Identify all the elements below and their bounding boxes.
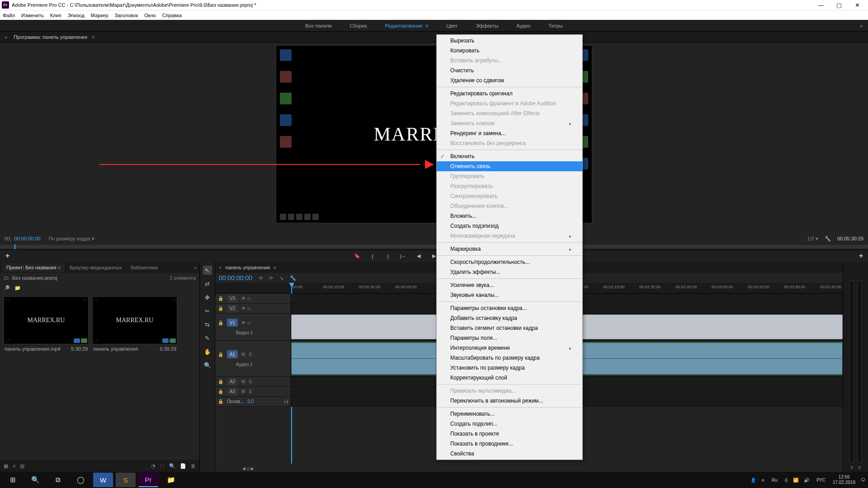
add-marker-button[interactable]: ✚ [4, 253, 11, 259]
context-item[interactable]: Показать в проекте [437, 429, 582, 439]
mute-button[interactable]: M [241, 379, 245, 384]
lock-icon[interactable]: 🔒 [218, 379, 223, 384]
goto-in-button[interactable]: |← [400, 253, 407, 259]
panel-collapse-icon[interactable]: » [5, 34, 7, 40]
taskbar-app-premiere[interactable]: Pr [138, 473, 158, 487]
context-item[interactable]: Звуковые каналы... [437, 290, 582, 300]
taskbar-app-word[interactable]: W [93, 473, 113, 487]
toggle-track-icon[interactable]: 👁 ◇ [241, 296, 251, 301]
workspace-more-icon[interactable]: » [860, 23, 863, 28]
track-target-a2[interactable]: A2 [227, 378, 238, 386]
close-button[interactable]: ✕ [848, 0, 866, 10]
menu-file[interactable]: Файл [3, 13, 15, 18]
tray-volume-icon[interactable]: 🔊 [804, 478, 809, 483]
context-item[interactable]: Скорость/продолжительность... [437, 257, 582, 267]
context-item[interactable]: ✓Включить [437, 151, 582, 161]
maximize-button[interactable]: ▢ [830, 0, 848, 10]
context-item[interactable]: Создать подэпизод [437, 221, 582, 231]
tab-libraries[interactable]: Библиотеки [127, 263, 161, 272]
lock-icon[interactable]: 🔒 [218, 352, 223, 357]
context-item[interactable]: Удаление со сдвигом [437, 75, 582, 85]
tray-print-icon[interactable]: ⎙ [785, 478, 788, 483]
panel-menu-icon[interactable]: ≡ [92, 34, 94, 40]
taskbar-app-sublime[interactable]: S [116, 473, 136, 487]
clip-item[interactable]: MARREX.RU ∴∵∴∵ ∴∵ панель управления.mp4 … [4, 296, 89, 353]
sequence-close-icon[interactable]: × [219, 265, 222, 270]
context-item[interactable]: Удалить эффекты... [437, 267, 582, 277]
taskbar-app-explorer[interactable]: 📁 [161, 473, 181, 487]
mute-button[interactable]: M [241, 352, 245, 357]
context-item[interactable]: Очистить [437, 66, 582, 75]
program-viewport[interactable]: MARREX.RU [0, 42, 868, 226]
track-target-v3[interactable]: V3 [227, 295, 238, 303]
workspace-titles[interactable]: Титры [548, 23, 562, 28]
context-item[interactable]: Параметры остановки кадра... [437, 303, 582, 313]
lock-icon[interactable]: 🔒 [218, 389, 223, 394]
freeform-view-icon[interactable]: ▥ [20, 463, 24, 469]
workspace-all-panels[interactable]: Все панели [305, 23, 331, 28]
automate-icon[interactable]: ◔ [151, 463, 156, 469]
resolution-dropdown[interactable]: 1/2 [807, 236, 818, 242]
menu-help[interactable]: Справка [162, 13, 182, 18]
lock-icon[interactable]: 🔒 [218, 306, 223, 311]
delete-icon[interactable]: 🗑 [191, 463, 196, 469]
zoom-tool-icon[interactable]: 🔍 [203, 361, 212, 370]
program-mini-ruler[interactable] [0, 245, 868, 249]
search-icon[interactable]: 🔎 [4, 285, 10, 291]
toggle-track-icon[interactable]: 👁 ◇ [241, 320, 251, 325]
settings-wrench-icon[interactable]: 🔧 [825, 236, 831, 242]
tray-clock[interactable]: 12:56 17.02.2018 [833, 474, 855, 485]
context-item[interactable]: Свойства [437, 449, 582, 459]
slip-tool-icon[interactable]: ⇆ [203, 320, 212, 329]
context-item[interactable]: Масштабировать по размеру кадра [437, 353, 582, 363]
track-select-tool-icon[interactable]: ⇄ [203, 279, 212, 288]
workspace-effects[interactable]: Эффекты [476, 23, 498, 28]
minimize-button[interactable]: — [812, 0, 830, 10]
tray-language[interactable]: РУС [815, 477, 827, 483]
context-item[interactable]: Маркировка▸ [437, 244, 582, 254]
find-icon[interactable]: ⬚ [160, 463, 165, 469]
tray-notifications-icon[interactable]: 🗨 [861, 478, 865, 483]
context-item[interactable]: Создать подклип... [437, 419, 582, 429]
solo-indicator[interactable]: S [858, 465, 861, 470]
tray-keyboard-icon[interactable]: Ru [770, 477, 779, 483]
timeline-timecode[interactable]: 00:00:00:00 [219, 274, 252, 282]
snap-icon[interactable]: ⟲ [259, 275, 263, 281]
pen-tool-icon[interactable]: ✎ [203, 333, 212, 343]
linked-selection-icon[interactable]: ⟳ [269, 275, 273, 281]
workspace-editing[interactable]: Редактирование [385, 23, 428, 28]
zoom-fit-dropdown[interactable]: По размеру кадра [48, 236, 94, 242]
new-item-icon[interactable]: 📄 [180, 463, 186, 469]
menu-sequence[interactable]: Эпизод [68, 13, 85, 18]
marker-button[interactable]: 🔖 [354, 253, 361, 259]
solo-indicator[interactable]: S [850, 465, 853, 470]
start-button[interactable]: ⊞ [3, 473, 23, 487]
context-item[interactable]: Отменить связь [437, 161, 582, 171]
folder-icon[interactable]: 📁 [14, 285, 21, 291]
context-item[interactable]: Показать в проводнике... [437, 439, 582, 449]
track-target-a1[interactable]: A1 [227, 350, 238, 358]
solo-button[interactable]: S [249, 389, 252, 394]
context-item[interactable]: Вставить сегмент остановки кадра [437, 323, 582, 333]
add-marker-icon[interactable]: ↘ [279, 275, 283, 281]
context-item[interactable]: Установить по размеру кадра [437, 363, 582, 373]
context-item[interactable]: Редактировать оригинал [437, 89, 582, 99]
context-item[interactable]: Копировать [437, 46, 582, 56]
context-item[interactable]: Переключить в автономный режим... [437, 396, 582, 406]
step-back-button[interactable]: ◀ [415, 253, 422, 259]
lock-icon[interactable]: 🔒 [218, 399, 223, 404]
workspace-audio[interactable]: Аудио [516, 23, 530, 28]
context-item[interactable]: Параметры поля... [437, 333, 582, 343]
taskbar-app-browser[interactable]: ◯ [71, 473, 90, 487]
menu-clip[interactable]: Клип [50, 13, 61, 18]
button-editor-button[interactable]: ✚ [857, 253, 864, 259]
workspace-color[interactable]: Цвет [447, 23, 458, 28]
context-item[interactable]: Вложить... [437, 211, 582, 221]
task-view-icon[interactable]: ⧉ [48, 473, 68, 487]
taskbar-search-icon[interactable]: 🔍 [25, 473, 45, 487]
mute-button[interactable]: M [241, 389, 245, 394]
hand-tool-icon[interactable]: ✋ [203, 347, 212, 356]
marker-jump-icon[interactable]: ▹| [284, 399, 288, 404]
tab-project[interactable]: Проект: Без названия [3, 263, 64, 272]
context-item[interactable]: Усиление звука... [437, 280, 582, 290]
